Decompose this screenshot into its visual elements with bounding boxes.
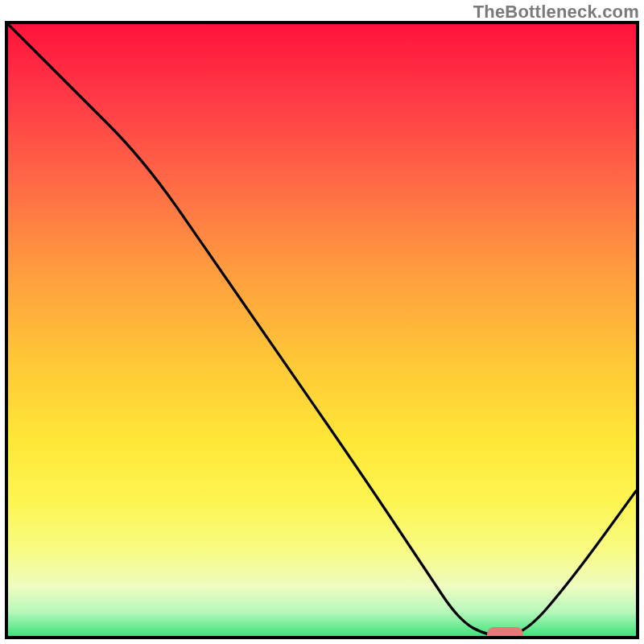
bottleneck-curve-path xyxy=(8,24,636,636)
optimal-range-marker xyxy=(487,627,523,639)
chart-stage: TheBottleneck.com xyxy=(0,0,644,644)
watermark-text: TheBottleneck.com xyxy=(473,2,639,23)
chart-curve xyxy=(8,24,636,636)
chart-plot-area xyxy=(5,21,639,639)
